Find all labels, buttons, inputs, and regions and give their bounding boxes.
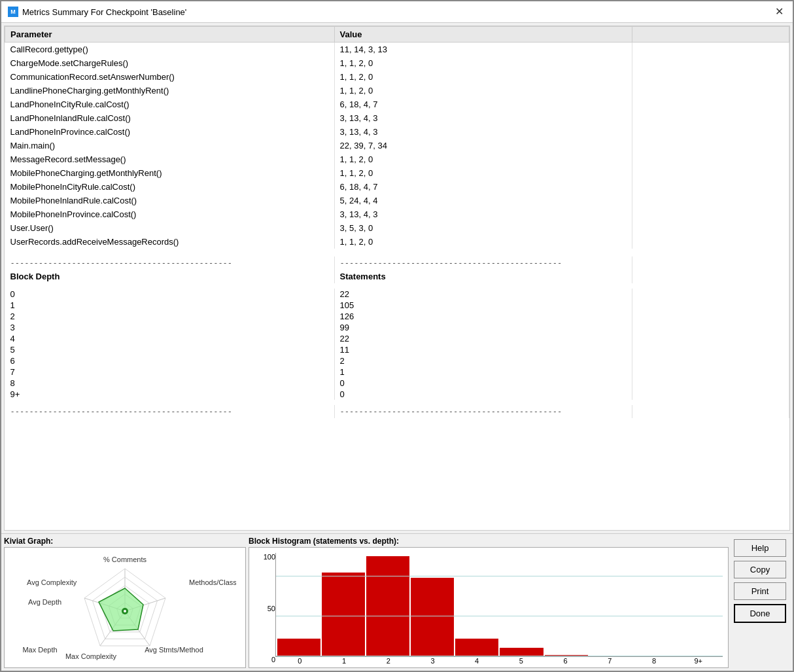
close-button[interactable]: ✕ (772, 5, 786, 18)
depth-row: 2 126 (5, 311, 789, 322)
y-axis-label: 100 (264, 553, 275, 561)
depth-cell: 2 (5, 311, 335, 322)
depth-row: 5 11 (5, 344, 789, 355)
hist-y-axis: 100500 (254, 553, 275, 665)
kiviat-graph: % Comments Methods/Class Avg Stmts/Metho… (14, 549, 236, 667)
param-cell: LandPhoneInCityRule.calCost() (5, 97, 335, 111)
histogram-section: Block Histogram (statements vs. depth): … (249, 537, 729, 668)
table-row: LandlinePhoneCharging.getMonthlyRent() 1… (5, 84, 789, 97)
table-area[interactable]: Parameter Value CallRecord.gettype() 11,… (4, 26, 790, 531)
help-button[interactable]: Help (734, 539, 786, 557)
value-cell: 1, 1, 2, 0 (334, 84, 632, 97)
col-header-extra (632, 27, 789, 43)
divider-left: ----------------------------------------… (5, 256, 335, 270)
table-row: UserRecords.addReceiveMessageRecords() 1… (5, 235, 789, 249)
histogram-bar (455, 639, 498, 656)
param-cell: MobilePhoneInProvince.calCost() (5, 207, 335, 221)
depth-cell: 6 (5, 355, 335, 366)
grid-line (276, 576, 723, 576)
table-row: MobilePhoneInProvince.calCost() 3, 13, 4… (5, 207, 789, 221)
x-axis-label: 1 (322, 657, 366, 665)
param-cell: CommunicationRecord.setAnswerNumber() (5, 70, 335, 84)
histogram-bar (500, 648, 543, 656)
table-row: LandPhoneInlandRule.calCost() 3, 13, 4, … (5, 111, 789, 125)
value-cell: 1, 1, 2, 0 (334, 235, 632, 249)
kiviat-section: Kiviat Graph: (4, 537, 246, 668)
param-cell: LandPhoneInProvince.calCost() (5, 125, 335, 139)
depth-cell: 4 (5, 333, 335, 344)
hist-wrapper: 100500 0123456789+ (254, 550, 723, 665)
stmt-cell: 22 (334, 333, 632, 344)
svg-point-13 (124, 610, 126, 612)
param-cell: LandlinePhoneCharging.getMonthlyRent() (5, 84, 335, 97)
value-cell: 3, 13, 4, 3 (334, 207, 632, 221)
x-axis-label: 0 (278, 657, 322, 665)
table-row: CallRecord.gettype() 11, 14, 3, 13 (5, 43, 789, 57)
histogram-box: 100500 0123456789+ (249, 547, 729, 668)
x-axis-label: 8 (632, 657, 676, 665)
depth-cell: 3 (5, 322, 335, 333)
param-cell: CallRecord.gettype() (5, 43, 335, 57)
statements-header: Statements (334, 270, 632, 283)
x-axis-label: 2 (366, 657, 410, 665)
stmt-cell: 11 (334, 344, 632, 355)
depth-row: 6 2 (5, 355, 789, 366)
param-cell: MessageRecord.setMessage() (5, 152, 335, 166)
svg-text:% Comments: % Comments (103, 556, 147, 563)
value-cell: 1, 1, 2, 0 (334, 166, 632, 180)
done-button[interactable]: Done (734, 604, 786, 623)
table-row: ChargeMode.setChargeRules() 1, 1, 2, 0 (5, 56, 789, 70)
depth-row: 3 99 (5, 322, 789, 333)
svg-text:Max Depth: Max Depth (22, 646, 57, 654)
table-row: MobilePhoneInCityRule.calCost() 6, 18, 4… (5, 180, 789, 194)
stmt-cell: 126 (334, 311, 632, 322)
copy-button[interactable]: Copy (734, 561, 786, 578)
table-row: MobilePhoneCharging.getMonthlyRent() 1, … (5, 166, 789, 180)
depth-row: 1 105 (5, 300, 789, 311)
metrics-table: Parameter Value CallRecord.gettype() 11,… (5, 26, 789, 418)
value-cell: 3, 13, 4, 3 (334, 111, 632, 125)
bottom-panel: Kiviat Graph: (1, 533, 793, 671)
x-axis-label: 4 (455, 657, 499, 665)
value-cell: 6, 18, 4, 7 (334, 97, 632, 111)
histogram-bar (411, 578, 454, 656)
table-row: Main.main() 22, 39, 7, 34 (5, 139, 789, 152)
value-cell: 3, 5, 3, 0 (334, 221, 632, 235)
param-cell: User.User() (5, 221, 335, 235)
main-window: M Metrics Summary For Checkpoint 'Baseli… (0, 0, 794, 672)
depth-cell: 1 (5, 300, 335, 311)
value-cell: 6, 18, 4, 7 (334, 180, 632, 194)
x-axis-label: 6 (544, 657, 587, 665)
svg-text:Avg Stmts/Method: Avg Stmts/Method (145, 646, 203, 654)
print-button[interactable]: Print (734, 582, 786, 600)
x-axis-label: 3 (411, 657, 455, 665)
stmt-cell: 0 (334, 378, 632, 389)
stmt-cell: 99 (334, 322, 632, 333)
depth-row: 8 0 (5, 378, 789, 389)
histogram-bar (366, 556, 409, 656)
svg-text:Avg Depth: Avg Depth (28, 598, 61, 606)
histogram-label: Block Histogram (statements vs. depth): (249, 537, 729, 546)
value-cell: 1, 1, 2, 0 (334, 70, 632, 84)
value-cell: 5, 24, 4, 4 (334, 194, 632, 207)
buttons-section: Help Copy Print Done (731, 537, 790, 668)
param-cell: MobilePhoneCharging.getMonthlyRent() (5, 166, 335, 180)
grid-line (276, 616, 723, 616)
x-axis-label: 7 (588, 657, 632, 665)
kiviat-box: % Comments Methods/Class Avg Stmts/Metho… (4, 547, 246, 668)
table-row: LandPhoneInProvince.calCost() 3, 13, 4, … (5, 125, 789, 139)
table-row: CommunicationRecord.setAnswerNumber() 1,… (5, 70, 789, 84)
depth-row: 7 1 (5, 366, 789, 378)
hist-chart-area: 0123456789+ (275, 553, 723, 665)
stmt-cell: 22 (334, 289, 632, 300)
grid-line (276, 656, 723, 656)
value-cell: 1, 1, 2, 0 (334, 152, 632, 166)
param-cell: ChargeMode.setChargeRules() (5, 56, 335, 70)
x-axis-label: 5 (500, 657, 544, 665)
value-cell: 1, 1, 2, 0 (334, 56, 632, 70)
svg-text:Avg Complexity: Avg Complexity (27, 578, 77, 586)
value-cell: 22, 39, 7, 34 (334, 139, 632, 152)
value-cell: 3, 13, 4, 3 (334, 125, 632, 139)
param-cell: LandPhoneInlandRule.calCost() (5, 111, 335, 125)
stmt-cell: 0 (334, 389, 632, 400)
